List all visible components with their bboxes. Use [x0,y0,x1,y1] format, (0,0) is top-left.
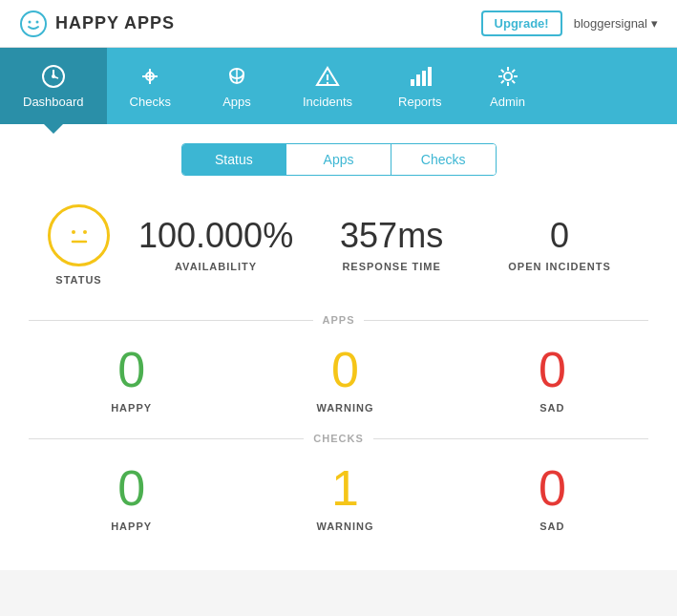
main-content: Status Apps Checks STATUS 100.000% AVAIL… [0,124,677,570]
svg-line-24 [500,69,503,72]
checks-sad-stat: 0 SAD [539,463,566,532]
response-time-value: 357ms [340,219,443,253]
status-face-icon [48,204,110,266]
apps-stats-grid: 0 HAPPY 0 WARNING 0 SAD [29,345,648,414]
svg-line-26 [512,69,515,72]
checks-sad-value: 0 [539,463,566,513]
svg-line-27 [500,80,503,83]
neutral-face-svg [61,218,97,254]
logo-text: HAPPY APPS [55,13,175,33]
checks-warning-value: 1 [331,463,359,513]
checks-section-label: CHECKS [313,433,363,444]
svg-rect-17 [422,71,426,86]
svg-rect-16 [416,74,420,86]
checks-happy-label: HAPPY [111,520,152,532]
svg-point-2 [36,20,39,23]
logo: HAPPY APPS [19,10,175,38]
svg-point-0 [21,11,46,36]
svg-point-14 [327,81,328,83]
checks-happy-stat: 0 HAPPY [111,463,152,532]
header: HAPPY APPS Upgrade! bloggersignal ▾ [0,0,677,48]
apps-sad-stat: 0 SAD [539,345,566,414]
checks-warning-stat: 1 WARNING [316,463,373,532]
dashboard-icon [41,64,66,89]
open-incidents-metric: 0 OPEN INCIDENTS [490,219,629,272]
nav-item-admin[interactable]: Admin [465,48,551,124]
user-label: bloggersignal [574,16,647,31]
apps-warning-label: WARNING [316,402,373,414]
checks-icon [138,64,162,89]
open-incidents-value: 0 [550,219,569,253]
svg-rect-18 [428,67,432,86]
availability-metric: 100.000% AVAILABILITY [138,219,293,272]
upgrade-button[interactable]: Upgrade! [481,11,562,36]
apps-happy-value: 0 [117,345,145,394]
svg-rect-15 [411,79,414,86]
checks-sad-label: SAD [539,520,564,532]
apps-section-divider: APPS [29,314,648,326]
nav-label-incidents: Incidents [303,95,352,109]
apps-section-label: APPS [323,314,355,326]
nav-item-dashboard[interactable]: Dashboard [0,48,107,124]
apps-happy-label: HAPPY [111,402,152,414]
reports-icon [408,64,433,89]
nav-label-admin: Admin [490,95,525,109]
incidents-icon [315,64,340,89]
availability-label: AVAILABILITY [175,261,257,272]
response-time-metric: 357ms RESPONSE TIME [322,219,461,272]
apps-sad-label: SAD [539,402,564,414]
logo-icon [19,10,48,38]
user-menu[interactable]: bloggersignal ▾ [574,16,658,31]
svg-point-1 [29,20,32,23]
tab-checks[interactable]: Checks [391,144,496,175]
nav-item-incidents[interactable]: Incidents [280,48,375,124]
tab-apps[interactable]: Apps [286,144,391,175]
open-incidents-label: OPEN INCIDENTS [508,261,611,272]
nav-item-apps[interactable]: Apps [194,48,280,124]
apps-sad-value: 0 [539,345,566,394]
svg-line-25 [512,80,515,83]
dashboard-tabs: Status Apps Checks [181,143,497,176]
svg-point-29 [83,230,87,234]
checks-section-divider: CHECKS [29,433,648,444]
status-label: STATUS [55,274,101,286]
nav-label-apps: Apps [222,95,251,109]
main-nav: Dashboard Checks Apps Incidents [0,48,677,124]
apps-icon [224,64,249,89]
checks-happy-value: 0 [117,463,145,513]
tab-status[interactable]: Status [182,144,287,175]
apps-warning-value: 0 [331,345,359,394]
status-indicator: STATUS [48,204,110,286]
svg-point-19 [504,73,512,80]
nav-label-dashboard: Dashboard [23,95,84,109]
header-right: Upgrade! bloggersignal ▾ [481,11,658,36]
nav-item-checks[interactable]: Checks [107,48,194,124]
status-row: STATUS 100.000% AVAILABILITY 357ms RESPO… [29,204,648,286]
chevron-down-icon: ▾ [651,16,658,31]
availability-value: 100.000% [138,219,293,253]
response-time-label: RESPONSE TIME [342,261,440,272]
nav-label-reports: Reports [398,95,442,109]
checks-warning-label: WARNING [316,520,373,532]
admin-icon [496,64,520,89]
apps-happy-stat: 0 HAPPY [111,345,152,414]
svg-point-28 [72,230,75,234]
nav-item-reports[interactable]: Reports [375,48,465,124]
apps-warning-stat: 0 WARNING [316,345,373,414]
checks-stats-grid: 0 HAPPY 1 WARNING 0 SAD [29,463,648,532]
nav-label-checks: Checks [130,95,171,109]
